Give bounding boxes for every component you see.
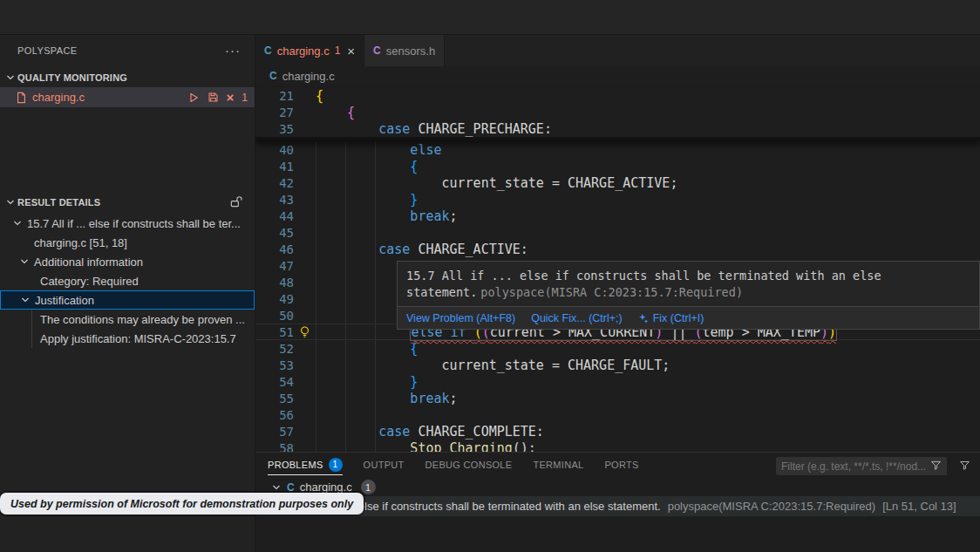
quickfix-lightbulb-icon[interactable]	[294, 325, 316, 338]
code-line-45[interactable]: 45	[255, 224, 980, 241]
c-file-icon: C	[269, 70, 277, 82]
line-number[interactable]: 52	[255, 342, 294, 356]
problems-filter[interactable]	[776, 457, 947, 475]
hover-actions: View Problem (Alt+F8)Quick Fix... (Ctrl+…	[398, 306, 979, 329]
close-icon[interactable]: ×	[347, 44, 355, 58]
panel-tab-debug-console[interactable]: DEBUG CONSOLE	[425, 453, 513, 476]
code-line-41[interactable]: 41 {	[255, 158, 980, 174]
result-tree-item[interactable]: Justification	[0, 290, 255, 310]
more-actions-icon[interactable]: ···	[225, 46, 241, 55]
line-number[interactable]: 58	[255, 441, 294, 453]
hover-action-view[interactable]: View Problem (Alt+F8)	[406, 312, 515, 324]
line-number[interactable]: 55	[255, 392, 294, 405]
code-line-21[interactable]: 21{	[255, 87, 980, 104]
line-number[interactable]: 43	[255, 193, 294, 207]
filter-input[interactable]	[781, 460, 930, 473]
code-text: current_state = CHARGE_ACTIVE;	[316, 175, 677, 191]
chevron-down-icon	[18, 293, 32, 307]
line-number[interactable]: 51	[255, 325, 294, 339]
line-number[interactable]: 27	[255, 106, 294, 119]
result-tree-item[interactable]: The conditions may already be proven ...	[0, 310, 255, 329]
result-tree-item[interactable]: Additional information	[0, 252, 255, 271]
breadcrumb[interactable]: C charging.c	[255, 66, 980, 85]
line-number[interactable]: 47	[255, 259, 294, 273]
result-tree-item[interactable]: charging.c [51, 18]	[0, 233, 255, 252]
code-line-55[interactable]: 55 break;	[255, 390, 980, 406]
panel-tab-output[interactable]: OUTPUT	[364, 453, 405, 476]
problem-row[interactable]: 15.7 All if ... else if constructs shall…	[255, 496, 980, 516]
code-line-43[interactable]: 43 }	[255, 191, 980, 208]
line-number[interactable]: 44	[255, 209, 294, 223]
line-number[interactable]: 53	[255, 358, 294, 372]
indent-guide	[316, 141, 316, 452]
tab-sensors-h[interactable]: C sensors.h	[364, 35, 445, 66]
sidebar: POLYSPACE ··· QUALITY MONITORING chargin…	[0, 35, 255, 552]
line-number[interactable]: 35	[255, 122, 294, 136]
code-text: case CHARGE_ACTIVE:	[316, 242, 528, 257]
line-number[interactable]: 54	[255, 375, 294, 389]
editor-tab-bar: C charging.c 1 × C sensors.h	[255, 35, 980, 66]
code-line-58[interactable]: 58 Stop_Charging();	[255, 440, 980, 452]
code-line-42[interactable]: 42 current_state = CHARGE_ACTIVE;	[255, 174, 980, 191]
line-number[interactable]: 49	[255, 292, 294, 306]
close-icon[interactable]: ×	[227, 90, 235, 105]
code-line-53[interactable]: 53 current_state = CHARGE_FAULT;	[255, 357, 980, 373]
panel-tab-problems[interactable]: PROBLEMS1	[268, 453, 343, 476]
code-text: current_state = CHARGE_FAULT;	[316, 358, 670, 373]
title-bar	[0, 0, 980, 35]
code-text: {	[316, 88, 323, 104]
line-number[interactable]: 56	[255, 408, 294, 422]
save-icon[interactable]	[208, 92, 219, 103]
line-number[interactable]: 40	[255, 143, 294, 157]
result-tree-item[interactable]: Category: Required	[0, 271, 255, 290]
panel-tab-ports[interactable]: PORTS	[604, 453, 638, 476]
panel-tab-terminal[interactable]: TERMINAL	[533, 453, 583, 476]
hover-action-quick[interactable]: Quick Fix... (Ctrl+;)	[531, 312, 623, 324]
quality-monitoring-header[interactable]: QUALITY MONITORING	[0, 68, 255, 87]
result-details-header[interactable]: RESULT DETAILS	[0, 193, 255, 212]
tree-item-label: Additional information	[34, 256, 143, 269]
result-tree-item[interactable]: 15.7 All if ... else if constructs shall…	[0, 214, 255, 233]
code-text: case CHARGE_PRECHARGE:	[316, 121, 552, 137]
code-line-46[interactable]: 46 case CHARGE_ACTIVE:	[255, 241, 980, 257]
tree-item-label: charging.c [51, 18]	[34, 236, 127, 249]
indent-guide	[375, 141, 376, 452]
problem-count-badge: 1	[361, 480, 376, 494]
hover-source: polyspace(MISRA C:2023:15.7:Required)	[480, 285, 743, 299]
filter-icon[interactable]	[959, 460, 970, 471]
tab-charging-c[interactable]: C charging.c 1 ×	[255, 35, 364, 66]
unlock-icon[interactable]	[229, 195, 242, 210]
line-number[interactable]: 48	[255, 276, 294, 290]
code-line-52[interactable]: 52 {	[255, 340, 980, 357]
problem-source: polyspace(MISRA C:2023:15.7:Required)	[668, 500, 875, 513]
code-line-44[interactable]: 44 break;	[255, 208, 980, 224]
hover-action-fix[interactable]: Fix (Ctrl+I)	[638, 312, 704, 324]
line-number[interactable]: 21	[255, 89, 294, 103]
tree-item-label: Justification	[35, 294, 94, 307]
line-number[interactable]: 41	[255, 160, 294, 174]
hover-message: 15.7 All if ... else if constructs shall…	[398, 262, 979, 306]
code-line-27[interactable]: 27 {	[255, 104, 980, 120]
result-tree-item[interactable]: Apply justification: MISRA-C-2023:15.7	[0, 329, 255, 348]
line-number[interactable]: 57	[255, 425, 294, 439]
problems-file-group[interactable]: C charging.c 1	[255, 478, 980, 496]
line-number[interactable]: 46	[255, 242, 294, 256]
indent-guide	[345, 141, 346, 452]
funnel-icon[interactable]	[930, 459, 942, 474]
code-line-35[interactable]: 35 case CHARGE_PRECHARGE:	[255, 120, 980, 137]
quality-monitoring-file-row[interactable]: charging.c × 1	[0, 87, 255, 107]
code-line-57[interactable]: 57 case CHARGE_COMPLETE:	[255, 423, 980, 440]
code-text: }	[316, 374, 418, 390]
result-details-section: RESULT DETAILS 15.7 All if ... else if c…	[0, 193, 255, 348]
code-line-40[interactable]: 40 else	[255, 141, 980, 158]
file-name: charging.c	[32, 91, 180, 104]
code-line-54[interactable]: 54 }	[255, 373, 980, 390]
bottom-panel: PROBLEMS1OUTPUTDEBUG CONSOLETERMINALPORT…	[255, 452, 980, 552]
line-number[interactable]: 42	[255, 176, 294, 190]
run-analysis-icon[interactable]	[187, 92, 200, 104]
file-icon	[16, 92, 27, 104]
line-number[interactable]: 45	[255, 226, 294, 240]
problem-location: [Ln 51, Col 13]	[882, 500, 956, 513]
code-line-56[interactable]: 56	[255, 406, 980, 423]
line-number[interactable]: 50	[255, 309, 294, 323]
